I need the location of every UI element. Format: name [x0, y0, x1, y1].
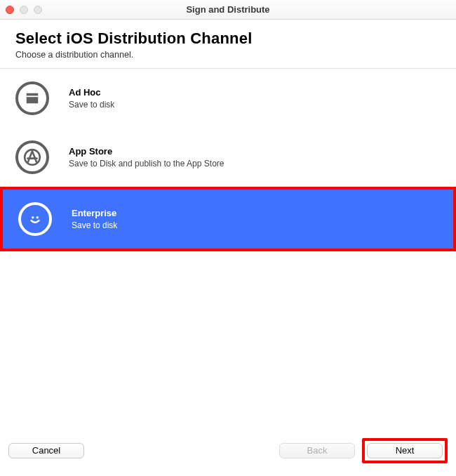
channel-subtitle: Save to disk [69, 100, 114, 110]
cancel-button[interactable]: Cancel [8, 443, 84, 458]
channel-title: Ad Hoc [69, 87, 114, 98]
window-controls [6, 6, 42, 14]
svg-point-3 [32, 216, 34, 218]
channel-subtitle: Save to Disk and publish to the App Stor… [69, 159, 224, 168]
channel-title: Enterprise [72, 208, 117, 218]
next-button[interactable]: Next [367, 443, 443, 458]
close-icon[interactable] [6, 6, 14, 14]
channel-row-enterprise[interactable]: Enterprise Save to disk [3, 190, 453, 249]
window-title: Sign and Distribute [0, 4, 456, 15]
footer: Cancel Back Next [0, 431, 456, 476]
minimize-icon [20, 6, 28, 14]
page-header: Select iOS Distribution Channel Choose a… [0, 20, 456, 68]
titlebar: Sign and Distribute [0, 0, 456, 20]
channel-row-appstore[interactable]: App Store Save to Disk and publish to th… [0, 128, 456, 187]
page-title: Select iOS Distribution Channel [15, 29, 441, 48]
appstore-icon [15, 140, 49, 174]
svg-rect-0 [27, 93, 39, 104]
channel-row-adhoc[interactable]: Ad Hoc Save to disk [0, 69, 456, 128]
back-button: Back [279, 443, 355, 458]
next-highlight: Next [362, 438, 448, 463]
maximize-icon [34, 6, 42, 14]
page-subtitle: Choose a distribution channel. [15, 50, 441, 60]
channel-list: Ad Hoc Save to disk App Store Save to Di… [0, 69, 456, 431]
smile-icon [18, 202, 52, 236]
channel-subtitle: Save to disk [72, 220, 117, 230]
channel-title: App Store [69, 146, 224, 157]
selection-highlight: Enterprise Save to disk [0, 187, 456, 251]
box-icon [15, 81, 49, 115]
svg-rect-1 [27, 95, 39, 97]
svg-point-4 [36, 216, 39, 218]
